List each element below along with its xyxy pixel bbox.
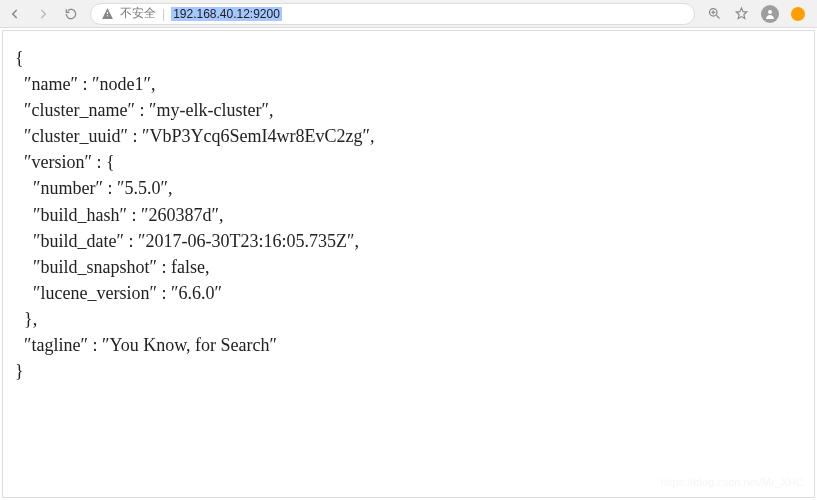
page-content: { ″name″ : ″node1″, ″cluster_name″ : ″my… bbox=[2, 30, 815, 498]
json-lucene-version: 6.6.0 bbox=[178, 283, 214, 303]
json-build-date: 2017-06-30T23:16:05.735Z bbox=[145, 231, 346, 251]
browser-toolbar: 不安全 | 192.168.40.12:9200 bbox=[0, 0, 817, 28]
notification-badge-icon[interactable] bbox=[791, 7, 805, 21]
url-text: 192.168.40.12:9200 bbox=[171, 7, 282, 21]
profile-avatar-icon[interactable] bbox=[761, 5, 779, 23]
json-build-snapshot: false bbox=[171, 257, 205, 277]
toolbar-right bbox=[707, 5, 809, 23]
zoom-icon[interactable] bbox=[707, 6, 722, 21]
nav-buttons bbox=[8, 7, 78, 21]
forward-icon bbox=[36, 7, 50, 21]
insecure-label: 不安全 bbox=[120, 5, 156, 22]
json-tagline: You Know, for Search bbox=[109, 335, 269, 355]
watermark: https://blog.csdn.net/Mr_XHC bbox=[660, 475, 804, 491]
json-name: node1 bbox=[99, 74, 143, 94]
star-icon[interactable] bbox=[734, 6, 749, 21]
svg-point-1 bbox=[768, 10, 772, 14]
insecure-icon bbox=[101, 7, 114, 20]
json-build-snapshot-label: build_snapshot bbox=[41, 257, 150, 277]
json-cluster-name: my-elk-cluster bbox=[156, 100, 261, 120]
address-bar[interactable]: 不安全 | 192.168.40.12:9200 bbox=[90, 3, 695, 25]
json-cluster-uuid: VbP3Ycq6SemI4wr8EvC2zg bbox=[149, 126, 362, 146]
separator: | bbox=[162, 7, 165, 21]
back-icon[interactable] bbox=[8, 7, 22, 21]
reload-icon[interactable] bbox=[64, 7, 78, 21]
json-build-hash: 260387d bbox=[149, 205, 212, 225]
json-version-number: 5.5.0 bbox=[124, 178, 160, 198]
